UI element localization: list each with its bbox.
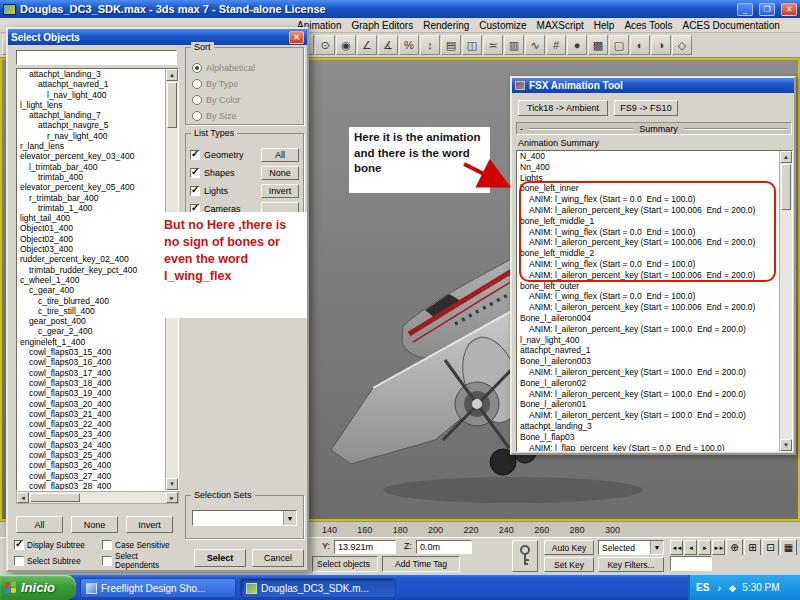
- language-indicator[interactable]: ES: [696, 582, 709, 593]
- zoom-extents-all-button[interactable]: ▦: [780, 539, 797, 556]
- object-list-item[interactable]: cowl_flaps03_26_400: [17, 460, 165, 470]
- checkbox-icon[interactable]: [102, 556, 112, 566]
- animation-entry[interactable]: l_nav_light_400: [517, 335, 779, 346]
- previous-frame-button[interactable]: ◄: [684, 540, 697, 555]
- menu-item[interactable]: ACES Documentation: [678, 20, 785, 31]
- object-list-item[interactable]: c_tire_still_400: [17, 306, 165, 316]
- radio-icon[interactable]: [192, 111, 202, 121]
- animation-entry[interactable]: ANIM: l_wing_flex (Start = 0.0 End = 100…: [517, 259, 779, 270]
- scroll-left-icon[interactable]: ◄: [17, 492, 29, 503]
- scrollbar-thumb[interactable]: [167, 82, 177, 128]
- object-list-item[interactable]: cowl_flaps03_25_400: [17, 450, 165, 460]
- animation-entry[interactable]: ANIM: l_aileron_percent_key (Start = 100…: [517, 270, 779, 281]
- scroll-up-icon[interactable]: ▲: [166, 69, 178, 81]
- object-list-item[interactable]: Object01_400: [17, 223, 165, 233]
- object-list-item[interactable]: Object03_400: [17, 244, 165, 254]
- animation-entry[interactable]: ANIM: l_aileron_percent_key (Start = 100…: [517, 367, 779, 378]
- scroll-right-icon[interactable]: ►: [166, 492, 178, 503]
- animation-entry[interactable]: Nn_400: [517, 162, 779, 173]
- animation-entry[interactable]: Bone_l_flap03: [517, 432, 779, 443]
- curve-editor-icon[interactable]: ∿: [525, 35, 545, 55]
- material-editor-icon[interactable]: ●: [567, 35, 587, 55]
- object-list-item[interactable]: cowl_flaps03_18_400: [17, 378, 165, 388]
- menu-item[interactable]: Rendering: [418, 20, 474, 31]
- dialog-checkbox[interactable]: Case Sensitive: [102, 537, 184, 553]
- object-list-item[interactable]: trimtab_rudder_key_pct_400: [17, 265, 165, 275]
- checkbox-icon[interactable]: [14, 556, 24, 566]
- animation-entry[interactable]: bone_left_middle_2: [517, 248, 779, 259]
- sort-option[interactable]: Alphabetical: [192, 60, 297, 76]
- scrollbar-thumb[interactable]: [30, 493, 80, 502]
- object-list-item[interactable]: cowl_flaps03_24_400: [17, 440, 165, 450]
- object-list-item[interactable]: cowl_flaps03_16_400: [17, 357, 165, 367]
- scroll-down-icon[interactable]: ▼: [780, 439, 792, 451]
- add-time-tag[interactable]: Add Time Tag: [382, 556, 460, 572]
- render-scene-icon[interactable]: ▩: [588, 35, 608, 55]
- next-frame-button[interactable]: ►►: [712, 540, 725, 555]
- invert-button[interactable]: Invert: [126, 516, 173, 533]
- volume-icon[interactable]: ♪: [714, 583, 724, 593]
- object-list-item[interactable]: c_wheel_1_400: [17, 275, 165, 285]
- animation-entry[interactable]: bone_left_middle_1: [517, 216, 779, 227]
- object-list-item[interactable]: attachpt_navgre_5: [17, 120, 165, 130]
- object-list-item[interactable]: rudder_percent_key_02_400: [17, 254, 165, 264]
- use-pivot-center-icon[interactable]: ⊙: [315, 35, 335, 55]
- object-list-item[interactable]: l_trimtab_bar_400: [17, 162, 165, 172]
- animation-entry[interactable]: attachpt_landing_3: [517, 421, 779, 432]
- object-list-item[interactable]: c_gear_2_400: [17, 326, 165, 336]
- play-button[interactable]: ►: [698, 540, 711, 555]
- list-type-button[interactable]: None: [261, 166, 299, 180]
- all-button[interactable]: All: [16, 516, 63, 533]
- object-list-item[interactable]: cowl_flaps03_20_400: [17, 399, 165, 409]
- checkbox-icon[interactable]: [102, 540, 112, 550]
- network-icon[interactable]: ◆: [727, 583, 737, 593]
- start-button[interactable]: Inicio: [0, 575, 76, 600]
- animation-entry[interactable]: Lights: [517, 173, 779, 184]
- clock[interactable]: 5:30 PM: [742, 582, 779, 593]
- animation-entry[interactable]: ANIM: l_aileron_percent_key (Start = 100…: [517, 410, 779, 421]
- align-icon[interactable]: ≍: [483, 35, 503, 55]
- object-list-item[interactable]: attachpt_landing_7: [17, 110, 165, 120]
- key-filter-selected-dropdown[interactable]: Selected ▼: [598, 540, 664, 555]
- sort-option[interactable]: By Size: [192, 108, 297, 124]
- object-list-item[interactable]: gear_post_400: [17, 316, 165, 326]
- object-list-item[interactable]: c_tire_blurred_400: [17, 296, 165, 306]
- radio-icon[interactable]: [192, 63, 202, 73]
- object-list-item[interactable]: cowl_flaps03_22_400: [17, 419, 165, 429]
- animation-entry[interactable]: attachpt_navred_1: [517, 345, 779, 356]
- fs9-to-fs10-button[interactable]: FS9 -> FS10: [614, 100, 678, 116]
- object-list-item[interactable]: attachpt_navred_1: [17, 79, 165, 89]
- object-list-hscrollbar[interactable]: ◄ ►: [16, 491, 179, 504]
- set-keys-key-button[interactable]: [512, 540, 538, 572]
- object-list-item[interactable]: cowl_flaps03_28_400: [17, 481, 165, 491]
- animation-entry[interactable]: ANIM: l_flap_percent_key (Start = 0.0 En…: [517, 443, 779, 452]
- object-name-input[interactable]: [16, 50, 177, 65]
- menu-item[interactable]: Aces Tools: [619, 20, 677, 31]
- sort-option[interactable]: By Type: [192, 76, 297, 92]
- menu-item[interactable]: MAXScript: [532, 20, 589, 31]
- snap-toggle-icon[interactable]: ∠: [357, 35, 377, 55]
- object-list-item[interactable]: r_nav_light_400: [17, 131, 165, 141]
- dialog-titlebar[interactable]: Select Objects ✕: [8, 29, 307, 45]
- render-type-icon[interactable]: ▢: [609, 35, 629, 55]
- menu-item[interactable]: Help: [589, 20, 620, 31]
- sort-option[interactable]: By Color: [192, 92, 297, 108]
- list-type-button[interactable]: All: [261, 148, 299, 162]
- scroll-down-icon[interactable]: ▼: [166, 478, 178, 490]
- y-coordinate-field[interactable]: 13.921m: [334, 540, 396, 554]
- named-selection-sets-icon[interactable]: ▤: [441, 35, 461, 55]
- select-and-manipulate-icon[interactable]: ◉: [336, 35, 356, 55]
- animation-entry[interactable]: ANIM: l_aileron_percent_key (Start = 100…: [517, 324, 779, 335]
- checkbox-icon[interactable]: [190, 168, 200, 178]
- percent-snap-icon[interactable]: %: [399, 35, 419, 55]
- object-list-item[interactable]: r_land_lens: [17, 141, 165, 151]
- scrollbar-thumb[interactable]: [781, 164, 791, 210]
- minimize-button[interactable]: _: [737, 3, 753, 16]
- dialog-close-icon[interactable]: ✕: [289, 31, 304, 44]
- object-list-item[interactable]: l_nav_light_400: [17, 90, 165, 100]
- checkbox-icon[interactable]: [190, 186, 200, 196]
- chevron-down-icon[interactable]: ▼: [283, 511, 296, 525]
- cancel-button[interactable]: Cancel: [252, 549, 304, 567]
- collapse-icon[interactable]: -: [520, 124, 523, 134]
- animation-entry[interactable]: Bone_l_aileron003: [517, 356, 779, 367]
